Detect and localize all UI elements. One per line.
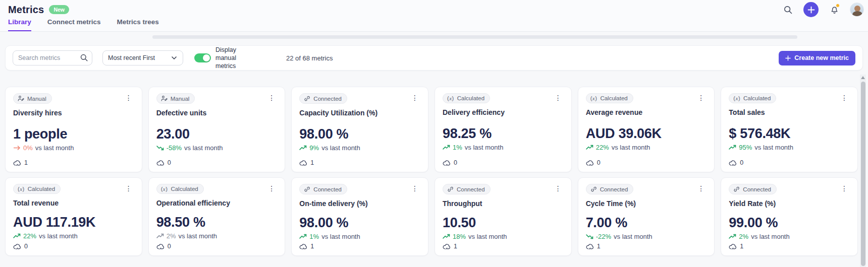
metric-title[interactable]: On-time delivery (%) — [299, 199, 420, 208]
tab-library[interactable]: Library — [8, 18, 31, 32]
card-menu-button[interactable]: ⋮ — [409, 184, 420, 193]
card-menu-button[interactable]: ⋮ — [839, 93, 850, 102]
metric-value: 99.00 % — [729, 215, 850, 231]
trend-down-icon — [156, 145, 164, 151]
card-menu-button[interactable]: ⋮ — [266, 184, 277, 193]
card-menu-button[interactable]: ⋮ — [266, 93, 277, 102]
trend-flat-icon — [13, 145, 21, 151]
horizontal-scrollbar[interactable] — [152, 35, 797, 39]
tab-bar: Library Connect metrics Metrics trees — [8, 18, 159, 32]
scrollbar-thumb[interactable] — [861, 82, 865, 266]
card-menu-button[interactable]: ⋮ — [553, 184, 564, 193]
delta-vs-label: vs last month — [751, 233, 790, 240]
metric-card[interactable]: Connected ⋮ Yield Rate (%) 99.00 % 2% vs… — [721, 177, 858, 256]
card-menu-button[interactable]: ⋮ — [553, 93, 564, 102]
metric-delta: 1% vs last month — [443, 144, 564, 151]
fx-icon: (x) — [18, 186, 25, 192]
tab-connect-metrics[interactable]: Connect metrics — [47, 18, 101, 32]
source-count-value: 0 — [740, 159, 743, 166]
display-manual-toggle[interactable] — [194, 53, 211, 62]
delta-percentage: 22% — [23, 232, 36, 240]
metric-delta: 2% vs last month — [156, 232, 278, 240]
metric-title[interactable]: Throughput — [443, 199, 564, 208]
source-count: 1 — [586, 243, 707, 250]
scroll-up-arrow[interactable] — [861, 76, 865, 79]
trend-up-icon — [443, 144, 450, 151]
card-menu-button[interactable]: ⋮ — [409, 93, 420, 102]
metric-type-label: Manual — [171, 96, 190, 102]
search-icon[interactable] — [781, 3, 795, 17]
delta-vs-label: vs last month — [184, 144, 223, 152]
metric-title[interactable]: Yield Rate (%) — [729, 199, 850, 208]
source-count-value: 1 — [310, 243, 314, 250]
metric-card[interactable]: Manual ⋮ Defective units 23.00 -58% vs l… — [148, 87, 286, 172]
delta-percentage: 9% — [309, 144, 319, 152]
metric-title[interactable]: Average revenue — [586, 108, 707, 116]
source-count-value: 0 — [168, 243, 171, 250]
metric-title[interactable]: Total sales — [729, 108, 850, 116]
source-count: 1 — [443, 243, 564, 250]
metric-title[interactable]: Cycle Time (%) — [586, 199, 707, 208]
plus-icon — [785, 55, 791, 61]
card-menu-button[interactable]: ⋮ — [123, 93, 134, 102]
source-count-value: 0 — [597, 159, 601, 166]
metric-title[interactable]: Operational efficiency — [156, 199, 278, 207]
metric-card[interactable]: (x) Calculated ⋮ Total revenue AUD 117.1… — [5, 177, 142, 256]
cloud-icon — [443, 160, 451, 166]
metric-delta: 18% vs last month — [443, 233, 564, 240]
top-bar: Metrics New — [0, 0, 868, 16]
metric-card[interactable]: (x) Calculated ⋮ Operational efficiency … — [148, 177, 286, 256]
metric-delta: 0% vs last month — [13, 144, 134, 152]
link-icon — [590, 186, 597, 192]
toggle-label: Display manual metrics — [215, 46, 257, 71]
delta-percentage: 18% — [453, 233, 466, 240]
metric-title[interactable]: Diversity hires — [13, 109, 134, 117]
avatar[interactable] — [850, 3, 864, 17]
metric-delta: -22% vs last month — [586, 233, 707, 240]
metric-type-badge: Connected — [443, 184, 491, 194]
create-new-metric-button[interactable]: Create new metric — [779, 51, 855, 65]
metric-value: 10.50 — [443, 215, 564, 231]
card-menu-button[interactable]: ⋮ — [123, 184, 134, 193]
metric-title[interactable]: Delivery efficiency — [443, 108, 564, 116]
header-actions — [781, 2, 864, 17]
metric-title[interactable]: Total revenue — [13, 199, 134, 207]
sort-select-value: Most recent First — [108, 54, 155, 61]
cloud-icon — [729, 160, 737, 166]
metric-delta: -58% vs last month — [156, 144, 278, 152]
metric-value: 23.00 — [156, 126, 278, 142]
metric-value: 7.00 % — [586, 215, 707, 231]
trend-up-icon — [729, 144, 736, 151]
card-header: (x) Calculated ⋮ — [443, 93, 564, 103]
metric-card[interactable]: Connected ⋮ Throughput 10.50 18% vs last… — [435, 177, 572, 256]
metric-card[interactable]: Connected ⋮ Capacity Utilization (%) 98.… — [291, 87, 428, 172]
chevron-down-icon — [171, 54, 178, 61]
metric-card[interactable]: Manual ⋮ Diversity hires 1 people 0% vs … — [5, 87, 142, 172]
cloud-icon — [729, 243, 737, 250]
metric-card[interactable]: Connected ⋮ On-time delivery (%) 98.00 %… — [291, 177, 428, 256]
metric-card[interactable]: Connected ⋮ Cycle Time (%) 7.00 % -22% v… — [578, 177, 715, 256]
metric-type-badge: Manual — [156, 93, 195, 104]
metric-card[interactable]: (x) Calculated ⋮ Average revenue AUD 39.… — [578, 87, 715, 172]
card-menu-button[interactable]: ⋮ — [839, 184, 850, 193]
metric-type-label: Connected — [313, 96, 342, 102]
metric-title[interactable]: Defective units — [156, 109, 278, 117]
metric-card[interactable]: (x) Calculated ⋮ Total sales $ 576.48K 9… — [721, 87, 858, 172]
card-menu-button[interactable]: ⋮ — [695, 184, 707, 193]
metric-card[interactable]: (x) Calculated ⋮ Delivery efficiency 98.… — [435, 87, 572, 172]
tab-metrics-trees[interactable]: Metrics trees — [117, 18, 159, 32]
sort-select[interactable]: Most recent First — [102, 50, 183, 65]
bell-icon[interactable] — [827, 3, 841, 17]
metric-title[interactable]: Capacity Utilization (%) — [299, 109, 420, 117]
metric-type-badge: (x) Calculated — [729, 93, 776, 103]
metric-type-badge: Manual — [13, 93, 52, 104]
cloud-icon — [156, 160, 165, 166]
cloud-icon — [586, 243, 594, 250]
vertical-scrollbar[interactable] — [860, 75, 866, 267]
card-menu-button[interactable]: ⋮ — [695, 93, 707, 102]
delta-percentage: -58% — [167, 144, 182, 152]
plus-icon[interactable] — [803, 2, 819, 17]
metric-type-label: Connected — [313, 186, 342, 192]
delta-percentage: 95% — [739, 144, 752, 151]
card-header: (x) Calculated ⋮ — [13, 184, 134, 194]
